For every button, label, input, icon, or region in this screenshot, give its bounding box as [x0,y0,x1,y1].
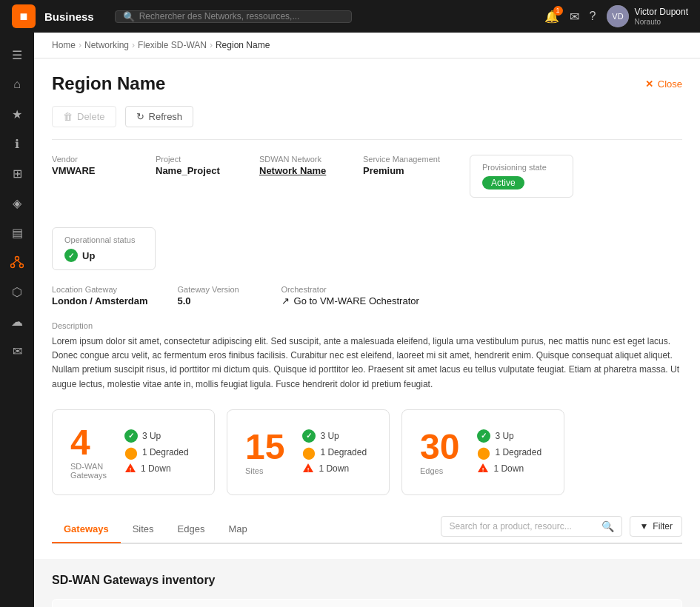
provisioning-badge: Active [482,176,524,190]
edges-up: ✓ 3 Up [477,429,541,443]
sites-number: 15 [245,429,284,465]
gateways-left: 4 SD-WAN Gateways [70,425,107,480]
notifications-icon[interactable]: 🔔 1 [544,10,559,24]
svg-line-6 [17,261,21,264]
sidebar-item-menu[interactable]: ☰ [4,41,30,68]
sidebar-item-security[interactable]: ⬡ [4,278,30,305]
up-icon: ✓ [124,429,138,443]
gw-version-label: Gateway Version [178,285,252,294]
provisioning-box: Provisioning state Active [470,155,573,198]
stats-row: 4 SD-WAN Gateways ✓ 3 Up ⬤ 1 Degraded [52,409,682,495]
description-text: Lorem ipsum dolor sit amet, consectetur … [52,335,682,392]
stat-card-gateways: 4 SD-WAN Gateways ✓ 3 Up ⬤ 1 Degraded [52,409,215,495]
table-search-input[interactable] [449,521,597,531]
delete-button[interactable]: 🗑 Delete [52,106,116,127]
edges-number: 30 [420,429,459,465]
sidebar-item-cloud[interactable]: ☁ [4,308,30,335]
user-menu[interactable]: VD Victor Dupont Norauto [607,5,689,27]
page-header: Region Name ✕ Close [52,73,682,94]
help-icon[interactable]: ? [590,10,596,23]
gateways-table: Gateway name ↕ Region ↕ Type ↕ Operati [52,599,682,607]
col-status: Operational Status ↕ [484,599,682,607]
notification-badge: 1 [553,6,563,16]
svg-line-5 [13,261,17,264]
sites-details: ✓ 3 Up ⬤ 1 Degraded ! 1 Down [302,429,367,475]
sidebar-item-network[interactable] [4,249,30,275]
table-search-bar[interactable]: 🔍 [441,516,622,537]
edges-degraded: ⬤ 1 Degraded [477,446,541,460]
gateways-label: SD-WAN Gateways [70,462,107,480]
edges-degraded-icon: ⬤ [477,446,490,460]
topnav: ■ Business 🔍 🔔 1 ✉ ? VD Victor Dupont No… [0,0,700,33]
sites-degraded: ⬤ 1 Degraded [302,446,367,460]
tab-edges[interactable]: Edges [166,516,217,543]
location-value: London / Amsterdam [52,295,148,306]
operational-box: Operationnal status ✓ Up [52,227,156,270]
user-company: Norauto [635,18,689,26]
breadcrumb-current: Region Name [216,40,270,50]
sites-label: Sites [245,466,284,475]
sites-down: ! 1 Down [302,463,367,475]
filter-icon: ▼ [639,521,648,531]
sidebar-item-messages[interactable]: ✉ [4,338,30,364]
sidebar-item-reports[interactable]: ▤ [4,219,30,246]
table-search-icon: 🔍 [601,520,614,532]
orchestrator-link[interactable]: ↗ Go to VM-WARE Ochestrator [281,295,419,306]
description-label: Description [52,321,682,330]
search-icon: 🔍 [123,11,135,22]
sidebar-item-info[interactable]: ℹ [4,130,30,157]
search-bar[interactable]: 🔍 [115,10,352,23]
gw-version-value: 5.0 [178,295,252,306]
edges-left: 30 Edges [420,429,459,475]
sidebar: ☰ ⌂ ★ ℹ ⊞ ◈ ▤ ⬡ ☁ ✉ [0,33,34,607]
tab-gateways[interactable]: Gateways [52,516,121,543]
gateways-degraded: ⬤ 1 Degraded [124,446,189,460]
sites-left: 15 Sites [245,429,284,475]
sidebar-item-favorites[interactable]: ★ [4,101,30,127]
project-label: Project [156,155,230,164]
operational-status: ✓ Up [64,249,143,262]
tab-sites[interactable]: Sites [121,516,166,543]
refresh-icon: ↻ [136,111,144,122]
vendor-label: Vendor [52,155,126,164]
breadcrumb-home[interactable]: Home [52,40,76,50]
table-header-row: Gateway name ↕ Region ↕ Type ↕ Operati [53,599,682,607]
provisioning-label: Provisioning state [482,163,561,172]
location-info: Location Gateway London / Amsterdam [52,285,148,306]
filter-button[interactable]: ▼ Filter [630,516,682,537]
sdwan-link[interactable]: Network Name [259,165,326,176]
breadcrumb: Home › Networking › Flexible SD-WAN › Re… [34,33,700,58]
close-button[interactable]: ✕ Close [645,78,682,90]
main-content: Home › Networking › Flexible SD-WAN › Re… [34,33,700,607]
sidebar-item-packages[interactable]: ◈ [4,190,30,216]
svg-text:!: ! [130,466,132,473]
sidebar-item-home[interactable]: ⌂ [4,71,30,98]
orchestrator-label: Orchestrator [281,285,419,294]
col-gateway-name: Gateway name ↕ [53,599,239,607]
tabs-bar: Gateways Sites Edges Map 🔍 ▼ Filter [52,516,682,544]
breadcrumb-networking[interactable]: Networking [84,40,129,50]
vendor-info: Vendor VMWARE [52,155,126,176]
edges-label: Edges [420,466,459,475]
sites-down-icon: ! [302,463,314,475]
page-title: Region Name [52,73,165,94]
search-input[interactable] [139,11,344,21]
topnav-right: 🔔 1 ✉ ? VD Victor Dupont Norauto [544,5,688,27]
logo[interactable]: ■ [12,4,36,28]
service-value: Premium [363,165,440,176]
sidebar-item-apps[interactable]: ⊞ [4,160,30,187]
delete-icon: 🗑 [63,111,73,122]
messages-icon[interactable]: ✉ [570,10,579,24]
brand-name: Business [44,10,94,23]
tab-map[interactable]: Map [216,516,259,543]
breadcrumb-sdwan[interactable]: Flexible SD-WAN [138,40,207,50]
info-grid: Vendor VMWARE Project Name_Project SDWAN… [52,155,682,270]
svg-point-4 [20,264,24,268]
tabs-right: 🔍 ▼ Filter [441,516,682,543]
sites-up-icon: ✓ [302,429,316,443]
service-label: Service Management [363,155,440,164]
location-label: Location Gateway [52,285,148,294]
refresh-button[interactable]: ↻ Refresh [125,106,194,127]
filter-label: Filter [653,521,673,531]
degraded-icon: ⬤ [124,446,138,460]
